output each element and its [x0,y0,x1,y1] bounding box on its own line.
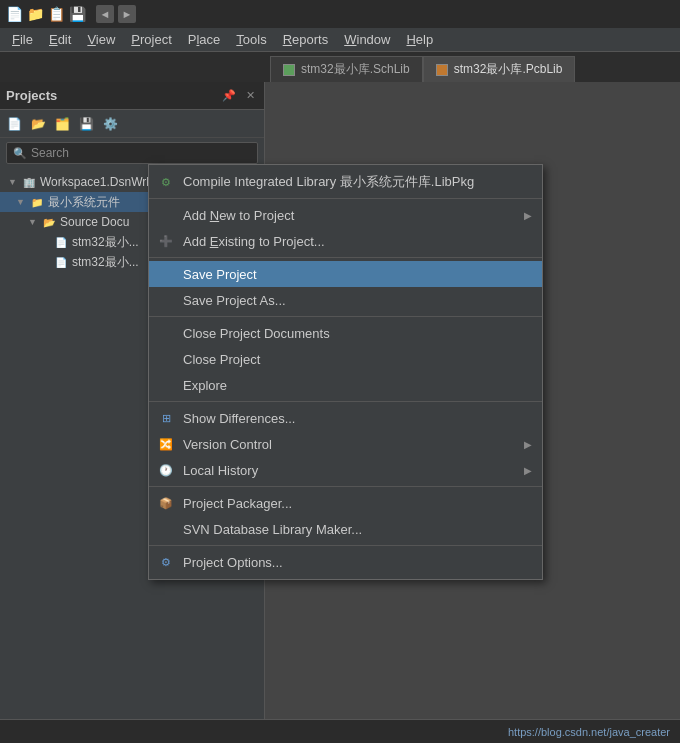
differences-icon: ⊞ [157,409,175,427]
options-icon: ⚙ [157,553,175,571]
ctx-explore-label: Explore [183,378,227,393]
pcblib-tab-icon [436,64,448,76]
main-layout: Projects 📌 ✕ 📄 📂 🗂️ 💾 ⚙️ 🔍 Search ▼ 🏢 Wo… [0,82,680,719]
ctx-project-options[interactable]: ⚙ Project Options... [149,549,542,575]
menu-reports[interactable]: Reports [275,30,337,49]
app-icon-4: 💾 [69,6,86,22]
ctx-save-project[interactable]: Save Project [149,261,542,287]
ctx-add-existing-label: Add Existing to Project... [183,234,325,249]
title-bar-nav: ◄ ► [96,5,136,23]
status-url: https://blog.csdn.net/java_creater [508,726,670,738]
ctx-show-differences-label: Show Differences... [183,411,295,426]
ctx-project-options-label: Project Options... [183,555,283,570]
title-bar-icons: 📄 📁 📋 💾 [6,6,86,22]
history-submenu-arrow: ▶ [524,465,532,476]
ctx-sep-3 [149,316,542,317]
ctx-local-history-label: Local History [183,463,258,478]
packager-icon: 📦 [157,494,175,512]
ctx-explore[interactable]: Explore [149,372,542,398]
ctx-add-existing[interactable]: ➕ Add Existing to Project... [149,228,542,254]
menu-file[interactable]: File [4,30,41,49]
ctx-sep-4 [149,401,542,402]
tab-schlib[interactable]: stm32最小库.SchLib [270,56,423,82]
menu-bar: File Edit View Project Place Tools Repor… [0,28,680,52]
ctx-sep-1 [149,198,542,199]
status-bar: https://blog.csdn.net/java_creater [0,719,680,743]
add-existing-icon: ➕ [157,232,175,250]
ctx-save-project-as[interactable]: Save Project As... [149,287,542,313]
ctx-sep-6 [149,545,542,546]
ctx-close-docs-label: Close Project Documents [183,326,330,341]
version-submenu-arrow: ▶ [524,439,532,450]
nav-forward-button[interactable]: ► [118,5,136,23]
schlib-tab-icon [283,64,295,76]
menu-project[interactable]: Project [123,30,179,49]
menu-edit[interactable]: Edit [41,30,79,49]
nav-back-button[interactable]: ◄ [96,5,114,23]
ctx-sep-5 [149,486,542,487]
title-bar: 📄 📁 📋 💾 ◄ ► [0,0,680,28]
version-icon: 🔀 [157,435,175,453]
ctx-close-docs[interactable]: Close Project Documents [149,320,542,346]
compile-icon: ⚙ [157,173,175,191]
ctx-compile[interactable]: ⚙ Compile Integrated Library 最小系统元件库.Lib… [149,169,542,195]
tab-pcblib[interactable]: stm32最小库.PcbLib [423,56,576,82]
ctx-local-history[interactable]: 🕐 Local History ▶ [149,457,542,483]
ctx-sep-2 [149,257,542,258]
ctx-show-differences[interactable]: ⊞ Show Differences... [149,405,542,431]
ctx-project-packager-label: Project Packager... [183,496,292,511]
tab-pcblib-label: stm32最小库.PcbLib [454,61,563,78]
context-menu: ⚙ Compile Integrated Library 最小系统元件库.Lib… [148,164,543,580]
menu-place[interactable]: Place [180,30,229,49]
app-icon-2: 📁 [27,6,44,22]
menu-tools[interactable]: Tools [228,30,274,49]
menu-view[interactable]: View [79,30,123,49]
ctx-compile-label: Compile Integrated Library 最小系统元件库.LibPk… [183,173,474,191]
ctx-version-control[interactable]: 🔀 Version Control ▶ [149,431,542,457]
ctx-project-packager[interactable]: 📦 Project Packager... [149,490,542,516]
app-icon-3: 📋 [48,6,65,22]
ctx-close-project[interactable]: Close Project [149,346,542,372]
ctx-add-new-label: Add New to Project [183,208,294,223]
tab-schlib-label: stm32最小库.SchLib [301,61,410,78]
menu-window[interactable]: Window [336,30,398,49]
ctx-svn-library[interactable]: SVN Database Library Maker... [149,516,542,542]
app-icon-1: 📄 [6,6,23,22]
ctx-svn-library-label: SVN Database Library Maker... [183,522,362,537]
ctx-add-new[interactable]: Add New to Project ▶ [149,202,542,228]
history-icon: 🕐 [157,461,175,479]
ctx-close-project-label: Close Project [183,352,260,367]
menu-help[interactable]: Help [398,30,441,49]
add-new-submenu-arrow: ▶ [524,210,532,221]
tab-bar: stm32最小库.SchLib stm32最小库.PcbLib [0,52,680,82]
ctx-save-project-as-label: Save Project As... [183,293,286,308]
ctx-save-project-label: Save Project [183,267,257,282]
ctx-version-control-label: Version Control [183,437,272,452]
